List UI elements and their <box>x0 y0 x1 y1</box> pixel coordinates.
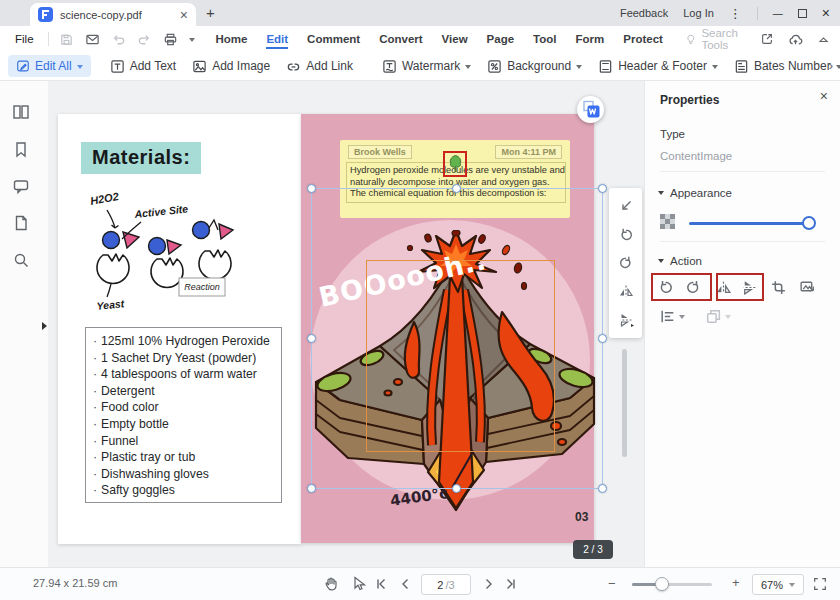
document-tab[interactable]: science-copy.pdf <box>30 3 196 26</box>
selection-handle-w[interactable] <box>307 334 316 343</box>
appearance-section-header[interactable]: Appearance <box>658 187 732 199</box>
resize-corner-icon[interactable] <box>618 198 634 214</box>
save-icon[interactable] <box>59 32 74 47</box>
zoom-slider-knob[interactable] <box>655 577 669 591</box>
add-image-button[interactable]: Add Image <box>192 59 270 74</box>
header-footer-button[interactable]: Header & Footer <box>598 59 718 74</box>
menu-view[interactable]: View <box>442 29 468 49</box>
active-site-label: Active Site <box>133 202 189 220</box>
maximize-button[interactable] <box>798 9 807 18</box>
new-tab-button[interactable] <box>206 4 215 21</box>
toolbar-overflow-icon[interactable] <box>829 58 833 73</box>
edit-pencil-icon <box>16 59 30 73</box>
tab-title: science-copy.pdf <box>60 9 180 21</box>
zoom-level-dropdown[interactable]: 67% <box>752 574 804 595</box>
zoom-in-icon[interactable] <box>732 575 740 590</box>
status-bar: 27.94 x 21.59 cm 2 /3 67% <box>0 567 840 600</box>
print-icon[interactable] <box>163 32 178 47</box>
action-section-header[interactable]: Action <box>658 255 702 267</box>
menu-bar: File Home Edit Comment Convert View Page… <box>0 26 840 52</box>
canvas-scrollbar[interactable] <box>622 349 627 457</box>
more-menu-icon[interactable] <box>729 6 742 21</box>
zoom-out-icon[interactable] <box>608 576 616 591</box>
minimize-button[interactable] <box>773 6 783 20</box>
materials-item: 1 Sachet Dry Yeast (powder) <box>93 350 279 367</box>
flip-horizontal-icon[interactable] <box>618 283 634 299</box>
previous-page-icon[interactable] <box>399 578 411 590</box>
search-tools[interactable]: Search Tools <box>685 27 760 51</box>
selection-handle-s[interactable] <box>452 484 461 493</box>
search-panel-icon[interactable] <box>12 251 30 269</box>
menu-file[interactable]: File <box>15 33 34 45</box>
menu-tool[interactable]: Tool <box>533 29 556 49</box>
selection-handle-sw[interactable] <box>307 484 316 493</box>
materials-list: 125ml 10% Hydrogen Peroxide 1 Sachet Dry… <box>85 327 282 503</box>
expand-panel-icon[interactable] <box>42 322 47 330</box>
reaction-label: Reaction <box>184 282 220 292</box>
first-page-icon[interactable] <box>375 578 387 590</box>
feedback-link[interactable]: Feedback <box>620 7 668 19</box>
page-indicator-badge: 2 / 3 <box>573 540 613 559</box>
selection-handle-n[interactable] <box>452 184 461 193</box>
menu-comment[interactable]: Comment <box>307 29 360 49</box>
edit-toolbar: Edit All Add Text Add Image Add Link Wat… <box>0 52 840 81</box>
word-export-float-button[interactable] <box>577 96 604 123</box>
edit-all-button[interactable]: Edit All <box>8 55 91 77</box>
rotate-left-icon[interactable] <box>618 227 634 243</box>
bookmarks-panel-icon[interactable] <box>12 140 30 158</box>
chevron-down-icon <box>836 65 840 69</box>
flip-vertical-icon[interactable] <box>618 312 634 328</box>
attachments-panel-icon[interactable] <box>12 214 30 232</box>
undo-icon[interactable] <box>111 32 126 47</box>
document-canvas[interactable]: Materials: H2O2 Yeast Active Site <box>48 81 645 568</box>
select-tool-icon[interactable] <box>350 575 367 592</box>
next-page-icon[interactable] <box>483 578 495 590</box>
align-button[interactable] <box>659 308 685 325</box>
last-page-icon[interactable] <box>505 578 517 590</box>
selection-handle-e[interactable] <box>598 334 607 343</box>
watermark-button[interactable]: Watermark <box>382 59 471 74</box>
fit-screen-icon[interactable] <box>812 576 828 592</box>
bates-number-button[interactable]: Bates Number <box>734 59 840 74</box>
menu-form[interactable]: Form <box>576 29 605 49</box>
chevron-down-icon <box>712 65 718 69</box>
materials-item: Food color <box>93 399 279 416</box>
menu-page[interactable]: Page <box>487 29 515 49</box>
type-label: Type <box>660 128 685 140</box>
menu-convert[interactable]: Convert <box>379 29 422 49</box>
background-button[interactable]: Background <box>487 59 582 74</box>
menu-protect[interactable]: Protect <box>623 29 663 49</box>
mail-icon[interactable] <box>85 32 100 47</box>
section-caret-icon <box>658 191 664 195</box>
properties-title: Properties <box>660 93 719 107</box>
materials-item: Empty bottle <box>93 416 279 433</box>
selection-handle-ne[interactable] <box>598 184 607 193</box>
login-link[interactable]: Log In <box>683 7 714 19</box>
menu-edit[interactable]: Edit <box>266 29 288 49</box>
add-link-button[interactable]: Add Link <box>286 59 353 74</box>
crop-action-icon[interactable] <box>770 279 787 296</box>
comments-panel-icon[interactable] <box>12 177 30 195</box>
close-window-button[interactable] <box>822 5 830 21</box>
replace-image-action-icon[interactable] <box>799 279 816 296</box>
redo-icon[interactable] <box>137 32 152 47</box>
add-text-button[interactable]: Add Text <box>110 59 176 74</box>
properties-panel: Properties Type ContentImage Appearance … <box>644 81 840 568</box>
quick-tools-dropdown-icon[interactable] <box>189 38 195 42</box>
tab-close-icon[interactable] <box>180 8 188 22</box>
arrange-button[interactable] <box>705 308 731 325</box>
chevron-down-icon <box>679 315 685 319</box>
rotate-right-icon[interactable] <box>618 255 634 271</box>
opacity-slider-knob[interactable] <box>802 216 816 230</box>
thumbnails-panel-icon[interactable] <box>12 103 30 121</box>
opacity-slider-track[interactable] <box>689 222 811 225</box>
selection-handle-nw[interactable] <box>307 184 316 193</box>
page-number-input[interactable]: 2 /3 <box>421 574 471 595</box>
cloud-upload-icon[interactable] <box>788 32 803 47</box>
collapse-toolbar-icon[interactable] <box>817 33 830 46</box>
menu-home[interactable]: Home <box>215 29 247 49</box>
share-icon[interactable] <box>760 32 774 46</box>
hand-tool-icon[interactable] <box>322 575 339 592</box>
selection-handle-se[interactable] <box>598 484 607 493</box>
close-properties-icon[interactable] <box>820 88 828 104</box>
